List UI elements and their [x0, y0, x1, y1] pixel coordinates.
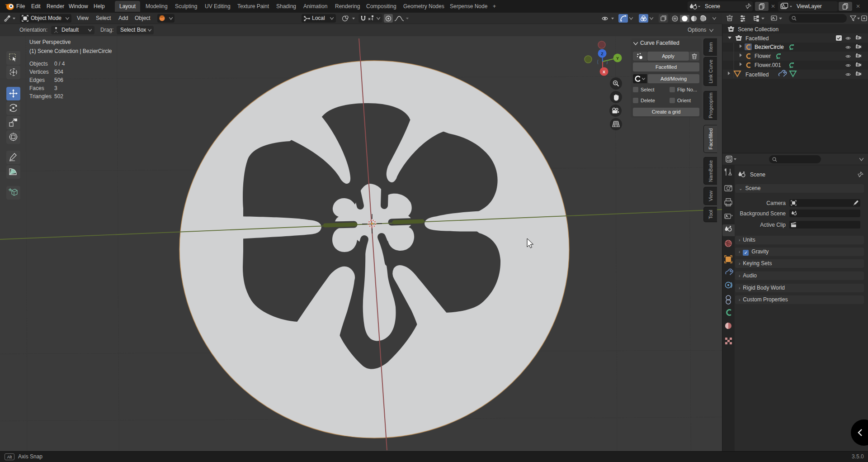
- svg-text:BezierCircle: BezierCircle: [755, 44, 784, 50]
- svg-text:Scene Collection: Scene Collection: [738, 26, 778, 33]
- svg-text:Facefilled: Facefilled: [745, 71, 769, 78]
- svg-text:Flower: Flower: [755, 53, 771, 59]
- svg-text:Z: Z: [601, 52, 604, 56]
- svg-text:Y: Y: [616, 56, 619, 61]
- svg-text:Facefilled: Facefilled: [745, 35, 769, 42]
- svg-text:Flower.001: Flower.001: [755, 62, 781, 68]
- svg-text:X: X: [603, 70, 605, 74]
